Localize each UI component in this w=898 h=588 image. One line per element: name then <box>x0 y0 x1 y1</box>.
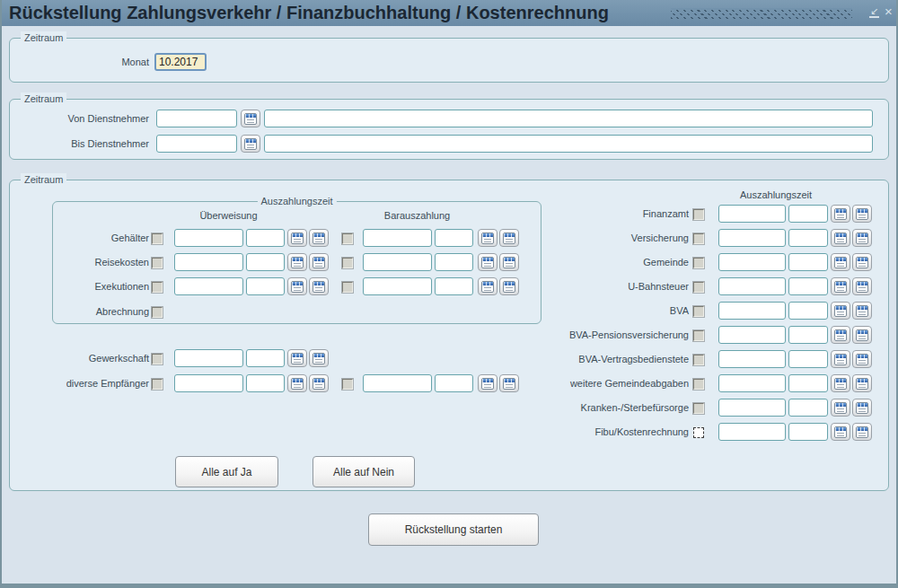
calendar-button[interactable] <box>831 277 850 295</box>
calendar-button[interactable] <box>831 205 850 223</box>
payout-legend: Zeitraum <box>21 173 66 186</box>
calendar-icon <box>834 208 847 220</box>
row-checkbox[interactable] <box>693 330 704 341</box>
calendar-button[interactable] <box>831 423 850 441</box>
row-label: Fibu/Kostenrechnung <box>534 423 689 441</box>
from-employee-input[interactable] <box>156 110 237 127</box>
start-provision-button[interactable]: Rückstellung starten <box>368 513 539 546</box>
all-yes-button[interactable]: Alle auf Ja <box>175 456 278 487</box>
row-kranken-sterbefuersorge: Kranken-/Sterbefürsorge <box>11 399 887 418</box>
calendar-icon <box>856 402 868 414</box>
calendar-icon <box>856 305 868 317</box>
calendar-icon <box>856 329 868 341</box>
row-label: BVA-Vertragsbedienstete <box>534 350 689 368</box>
from-employee-row: Von Dienstnehmer <box>11 110 887 129</box>
row-checkbox[interactable] <box>693 209 704 220</box>
month-input[interactable] <box>154 53 207 71</box>
row-checkbox[interactable] <box>693 379 704 390</box>
row-weitere-gemeindeabgaben: weitere Gemeindeabgaben <box>11 374 887 394</box>
calendar-button[interactable] <box>852 253 872 271</box>
payout-time-input[interactable] <box>788 277 828 295</box>
calendar-button[interactable] <box>852 229 872 247</box>
payout-date-input[interactable] <box>718 277 786 295</box>
from-employee-label: Von Dienstnehmer <box>11 110 149 127</box>
calendar-icon <box>834 305 847 317</box>
calendar-button[interactable] <box>831 229 850 247</box>
app-window: Rückstellung Zahlungsverkehr / Finanzbuc… <box>0 0 898 588</box>
row-checkbox[interactable] <box>693 233 704 244</box>
to-employee-name-input[interactable] <box>264 135 873 153</box>
row-label: BVA-Pensionsversicherung <box>534 326 689 344</box>
calendar-button[interactable] <box>831 399 850 417</box>
payout-date-input[interactable] <box>718 326 786 344</box>
calendar-button[interactable] <box>852 277 872 295</box>
calendar-button[interactable] <box>852 423 872 441</box>
lookup-list-icon <box>244 138 257 150</box>
row-checkbox[interactable] <box>693 355 704 365</box>
month-label: Monat <box>11 53 149 71</box>
row-label: weitere Gemeindeabgaben <box>534 374 689 392</box>
row-checkbox[interactable] <box>693 403 704 414</box>
row-gemeinde: Gemeinde <box>11 253 887 273</box>
calendar-button[interactable] <box>852 205 872 223</box>
payout-time-input[interactable] <box>788 399 828 417</box>
row-ubahnsteuer: U-Bahnsteuer <box>11 277 887 297</box>
row-label: Gemeinde <box>534 253 689 271</box>
payout-date-input[interactable] <box>718 374 786 392</box>
row-checkbox-focused[interactable] <box>693 427 704 438</box>
calendar-icon <box>834 354 847 365</box>
calendar-button[interactable] <box>831 326 850 344</box>
payout-time-input[interactable] <box>788 374 828 392</box>
payout-date-input[interactable] <box>718 423 786 441</box>
calendar-button[interactable] <box>852 302 872 320</box>
payout-date-input[interactable] <box>718 302 786 320</box>
calendar-icon <box>856 208 868 220</box>
payout-time-input[interactable] <box>788 229 828 247</box>
calendar-button[interactable] <box>831 374 850 392</box>
calendar-icon <box>834 378 847 390</box>
payout-date-input[interactable] <box>718 350 786 368</box>
row-bva-vertragsbedienstete: BVA-Vertragsbedienstete <box>11 350 887 370</box>
payout-time-input[interactable] <box>788 350 828 368</box>
payout-date-input[interactable] <box>718 253 786 271</box>
titlebar-grip-pattern <box>671 8 852 19</box>
row-checkbox[interactable] <box>693 306 704 317</box>
calendar-button[interactable] <box>831 253 850 271</box>
calendar-icon <box>834 329 847 341</box>
payout-date-input[interactable] <box>718 205 786 223</box>
calendar-icon <box>856 281 868 293</box>
collapse-icon[interactable]: ↙ <box>869 6 879 18</box>
calendar-button[interactable] <box>852 399 872 417</box>
row-checkbox[interactable] <box>693 282 704 293</box>
all-no-button[interactable]: Alle auf Nein <box>313 456 415 487</box>
from-employee-name-input[interactable] <box>264 110 873 127</box>
payout-time-input[interactable] <box>788 253 828 271</box>
calendar-button[interactable] <box>831 302 850 320</box>
row-fibu-kostenrechnung: Fibu/Kostenrechnung <box>11 423 887 443</box>
calendar-icon <box>856 257 868 268</box>
payout-time-input[interactable] <box>788 302 828 320</box>
payout-fieldset: Zeitraum Auszahlungszeit Überweisung Bar… <box>9 180 889 491</box>
payout-time-input[interactable] <box>788 326 828 344</box>
close-icon[interactable]: × <box>885 4 893 18</box>
calendar-icon <box>856 354 868 365</box>
calendar-button[interactable] <box>852 374 872 392</box>
calendar-button[interactable] <box>831 350 850 368</box>
title-bar[interactable]: Rückstellung Zahlungsverkehr / Finanzbuc… <box>2 0 896 26</box>
row-label: Kranken-/Sterbefürsorge <box>534 399 689 417</box>
from-employee-lookup-button[interactable] <box>241 110 260 127</box>
payout-date-input[interactable] <box>718 229 786 247</box>
payout-time-input[interactable] <box>788 423 828 441</box>
lookup-list-icon <box>244 113 257 125</box>
calendar-button[interactable] <box>852 326 872 344</box>
calendar-icon <box>834 402 847 414</box>
row-checkbox[interactable] <box>693 258 704 268</box>
to-employee-input[interactable] <box>156 135 237 153</box>
calendar-button[interactable] <box>852 350 872 368</box>
payout-date-input[interactable] <box>718 399 786 417</box>
row-finanzamt: Finanzamt <box>11 205 887 224</box>
calendar-icon <box>834 426 847 438</box>
payout-time-input[interactable] <box>788 205 828 223</box>
row-label: Versicherung <box>534 229 689 247</box>
to-employee-lookup-button[interactable] <box>241 135 260 153</box>
